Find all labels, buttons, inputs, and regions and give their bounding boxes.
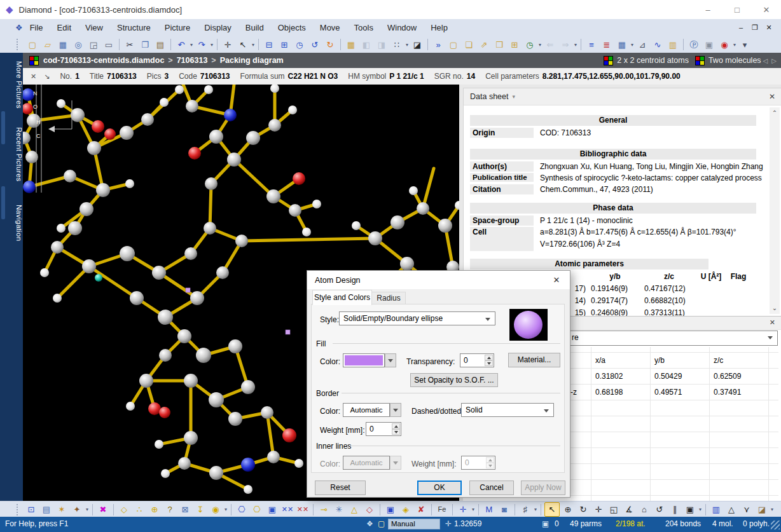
fill-color-swatch-box[interactable] — [343, 353, 385, 367]
new-picture-icon[interactable]: ▢ — [446, 38, 460, 51]
ok-button[interactable]: OK — [417, 481, 462, 495]
atom-c[interactable] — [390, 215, 404, 229]
open-file-icon[interactable]: ▱ — [41, 38, 55, 51]
atom-c[interactable] — [417, 202, 429, 215]
menu-view[interactable]: View — [78, 23, 110, 32]
dropdown-arrow-icon[interactable]: ▾ — [85, 507, 90, 512]
pack-cell-icon[interactable]: ▣ — [265, 503, 279, 516]
atom-h[interactable] — [312, 200, 321, 208]
periodic-table-icon[interactable]: Ⓟ — [687, 38, 701, 51]
atom-o[interactable] — [293, 172, 305, 185]
atom-c[interactable] — [159, 349, 172, 362]
spinner-down-icon[interactable] — [392, 429, 400, 435]
chevron-down-icon[interactable] — [485, 318, 490, 321]
structure-pane-icon[interactable]: ⊡ — [24, 503, 38, 516]
move-picture-icon[interactable]: ⊕ — [561, 503, 575, 516]
mode-indicator[interactable]: Manual — [388, 519, 440, 529]
atom-c[interactable] — [368, 231, 382, 245]
mdi-minimize-button[interactable]: – — [734, 24, 748, 32]
export-picture-icon[interactable]: ⇗ — [477, 38, 491, 51]
atom-h[interactable] — [409, 186, 418, 195]
bond[interactable] — [242, 238, 375, 241]
atom-c[interactable] — [228, 412, 242, 426]
atom-symbol-fe-icon[interactable]: Fe — [435, 503, 449, 516]
pan-icon[interactable]: ✛ — [221, 38, 235, 51]
atom-c[interactable] — [130, 291, 144, 305]
build-tools-icon[interactable]: ✦ — [70, 503, 84, 516]
atom-h[interactable] — [126, 402, 135, 411]
new-document-icon[interactable]: ▢ — [25, 38, 39, 51]
atomic-cell[interactable]: 0.47167(12) — [642, 284, 696, 293]
coordination-spheres-icon[interactable]: ✳ — [332, 503, 346, 516]
selection-marker[interactable] — [186, 288, 190, 292]
refresh-view-icon[interactable]: ↻ — [323, 38, 337, 51]
measure-distances-icon[interactable]: ▥ — [709, 503, 723, 516]
data-records-icon[interactable]: ≣ — [600, 38, 614, 51]
menu-tools[interactable]: Tools — [347, 23, 380, 32]
atom-h[interactable] — [175, 85, 184, 94]
coord-cell[interactable]: 0.68198 — [595, 388, 623, 397]
dropdown-arrow-icon[interactable]: ▾ — [404, 42, 410, 48]
toolbar-grip[interactable] — [17, 504, 21, 515]
paste-icon[interactable]: ▤ — [153, 38, 167, 51]
redo-icon[interactable]: ↷ — [195, 38, 209, 51]
menu-build[interactable]: Build — [238, 23, 271, 32]
copy-icon[interactable]: ❐ — [138, 38, 152, 51]
coord-cell[interactable]: 0.37491 — [714, 388, 741, 397]
material-button[interactable]: Material... — [508, 353, 560, 367]
atom-h[interactable] — [270, 85, 279, 93]
atom-c[interactable] — [196, 348, 211, 363]
atom-h[interactable] — [57, 99, 66, 108]
atom-o[interactable] — [92, 120, 104, 133]
atom-c[interactable] — [184, 247, 197, 260]
dropdown-arrow-icon[interactable]: ▾ — [698, 507, 703, 512]
atom-h[interactable] — [57, 224, 66, 233]
sidebar-tab-more-pictures[interactable]: More Pictures — [0, 57, 23, 113]
select-icon[interactable]: ↖ — [236, 38, 250, 51]
properties-table-icon[interactable]: ▥ — [666, 38, 680, 51]
atom-c[interactable] — [438, 219, 452, 233]
create-bond-icon[interactable]: ⊸ — [317, 503, 331, 516]
coord-cell[interactable]: 0.50429 — [654, 372, 682, 381]
set-viewing-angle-icon[interactable]: ∡ — [622, 503, 636, 516]
destroy-all-icon[interactable]: ✖ — [96, 503, 110, 516]
atom-c[interactable] — [158, 310, 173, 325]
atom-c[interactable] — [268, 119, 281, 132]
edit-structure-icon[interactable]: ▤ — [39, 503, 53, 516]
close-panel-icon[interactable]: ✕ — [770, 318, 775, 327]
video-record-icon[interactable]: ◉ — [717, 38, 731, 51]
breadcrumb-segment[interactable]: Packing diagram — [220, 56, 284, 65]
breadcrumb-segment[interactable]: 7106313 — [177, 56, 208, 65]
atom-h[interactable] — [204, 85, 213, 94]
atom-c[interactable] — [289, 204, 301, 217]
spinner-up-icon[interactable] — [485, 355, 493, 360]
selection-marker[interactable] — [286, 330, 290, 334]
dashed-dotted-dropdown[interactable]: Solid — [461, 403, 554, 417]
add-atom-icon[interactable]: ⊕ — [148, 503, 162, 516]
atom-c[interactable] — [261, 406, 273, 419]
data-sheet-header[interactable]: Data sheet ▾ ✕ — [464, 88, 781, 106]
distances-angles-icon[interactable]: ⊿ — [635, 38, 649, 51]
set-opacity-sof-button[interactable]: Set Opacity to S.O.F. ... — [410, 373, 498, 387]
cut-icon[interactable]: ✂ — [123, 38, 137, 51]
menu-picture[interactable]: Picture — [158, 23, 197, 32]
split-view-icon[interactable]: ⊞ — [277, 38, 291, 51]
pin-infobar-icon[interactable]: ↘ — [44, 72, 50, 81]
rotate-picture-icon[interactable]: ↻ — [576, 503, 590, 516]
atom-c[interactable] — [152, 266, 166, 280]
scroll-down-icon[interactable]: ⌄ — [770, 303, 780, 314]
atom-o[interactable] — [104, 128, 116, 140]
back-icon[interactable]: ⇐ — [543, 38, 557, 51]
atom-h[interactable] — [352, 221, 361, 230]
mdi-restore-button[interactable]: ❐ — [748, 24, 762, 32]
animation-pause-icon[interactable]: ∥ — [668, 503, 682, 516]
select-mode-icon[interactable]: ↖ — [544, 502, 560, 517]
measure-torsions-icon[interactable]: ⋎ — [740, 503, 754, 516]
menu-window[interactable]: Window — [380, 23, 424, 32]
border-color-dropdown-icon[interactable] — [390, 403, 401, 417]
panel-menu-icon[interactable]: ▾ — [512, 93, 515, 100]
remove-bonds-icon[interactable]: ✕✕ — [296, 503, 310, 516]
atom-c[interactable] — [184, 374, 198, 388]
border-color-dropdown[interactable]: Automatic — [343, 403, 390, 417]
picture-mode-icon[interactable]: ◙ — [497, 503, 511, 516]
